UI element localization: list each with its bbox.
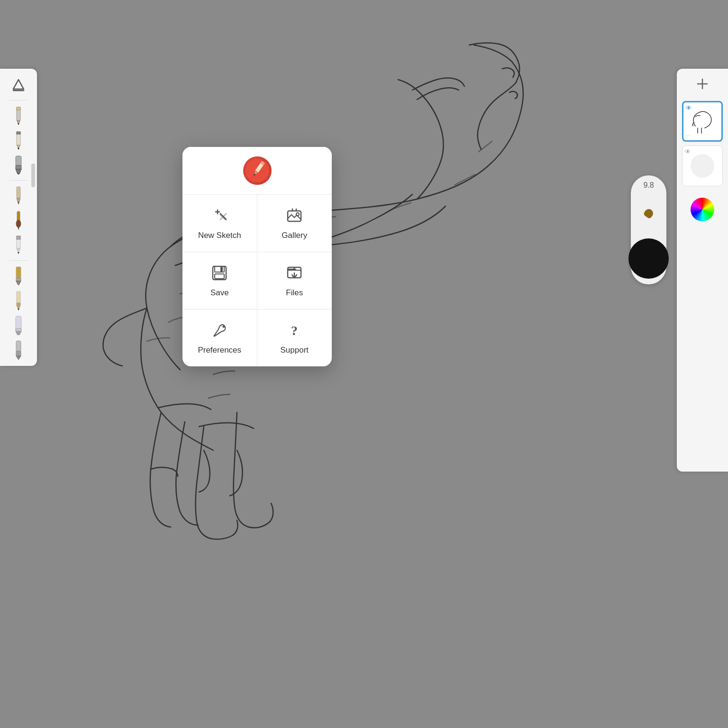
support-label: Support <box>280 346 309 355</box>
horse-sketch <box>0 0 728 728</box>
canvas-area <box>0 0 728 728</box>
menu-popup: New Sketch Gallery <box>182 147 332 366</box>
layer-1-thumbnail[interactable]: 👁 ⋯ <box>682 101 723 142</box>
save-icon <box>211 264 228 282</box>
tool-brush-1[interactable] <box>7 209 30 232</box>
svg-rect-56 <box>215 274 224 279</box>
menu-item-gallery[interactable]: Gallery <box>257 195 332 252</box>
new-sketch-label: New Sketch <box>198 231 241 240</box>
svg-marker-33 <box>16 331 21 335</box>
svg-marker-23 <box>18 252 19 254</box>
tool-pen-1[interactable] <box>7 184 30 207</box>
tool-pencil-4[interactable] <box>7 289 30 312</box>
svg-rect-10 <box>16 156 21 165</box>
svg-rect-55 <box>220 267 223 272</box>
svg-marker-0 <box>13 80 24 89</box>
files-label: Files <box>286 288 303 298</box>
svg-rect-27 <box>17 291 20 304</box>
svg-marker-9 <box>18 148 19 150</box>
layer-1-visibility-icon[interactable]: 👁 <box>685 104 692 112</box>
svg-rect-31 <box>16 316 21 329</box>
color-wheel[interactable] <box>691 198 714 221</box>
svg-marker-36 <box>16 356 21 360</box>
svg-rect-7 <box>17 132 20 134</box>
svg-marker-15 <box>17 198 20 202</box>
layer-2-visibility-icon[interactable]: 👁 <box>684 148 691 155</box>
svg-point-50 <box>296 213 299 216</box>
menu-item-files[interactable]: Files <box>257 252 332 309</box>
right-panel: 👁 ⋯ 👁 <box>677 69 728 472</box>
svg-rect-21 <box>17 236 20 239</box>
tool-pencil-3[interactable] <box>7 234 30 256</box>
gallery-label: Gallery <box>282 231 307 240</box>
svg-rect-14 <box>17 187 20 198</box>
svg-marker-5 <box>18 123 19 125</box>
menu-item-preferences[interactable]: Preferences <box>182 309 257 366</box>
toolbar-separator-1 <box>9 100 28 100</box>
left-toolbar <box>0 69 37 366</box>
save-label: Save <box>210 288 229 298</box>
svg-rect-34 <box>16 341 21 351</box>
svg-marker-30 <box>18 309 19 310</box>
tool-marker-2[interactable] <box>7 264 30 287</box>
tool-marker-1[interactable] <box>7 154 30 176</box>
gallery-icon <box>286 206 303 225</box>
svg-rect-11 <box>16 165 21 169</box>
brush-size-value: 9.8 <box>643 181 654 190</box>
toolbar-separator-3 <box>9 260 28 261</box>
brush-tip-preview <box>637 201 661 225</box>
svg-text:?: ? <box>291 323 298 338</box>
layer-1-options-icon: ⋯ <box>685 133 690 138</box>
add-layer-button[interactable] <box>692 73 713 94</box>
menu-item-save[interactable]: Save <box>182 252 257 309</box>
svg-rect-32 <box>16 328 21 331</box>
toolbar-separator-2 <box>9 180 28 181</box>
svg-rect-35 <box>16 351 21 356</box>
menu-item-support[interactable]: ? Support <box>257 309 332 366</box>
svg-point-18 <box>16 220 21 228</box>
svg-marker-26 <box>16 281 21 285</box>
tool-pencil-2[interactable] <box>7 129 30 152</box>
tool-eraser[interactable] <box>7 314 30 337</box>
app-logo <box>243 156 272 185</box>
support-icon: ? <box>286 321 303 340</box>
menu-item-new-sketch[interactable]: New Sketch <box>182 195 257 252</box>
menu-header <box>182 147 332 194</box>
tool-pencil-1[interactable] <box>7 104 30 127</box>
svg-marker-16 <box>18 202 19 205</box>
svg-rect-24 <box>16 267 21 278</box>
preferences-label: Preferences <box>198 346 241 355</box>
app-logo-graphic <box>246 159 269 182</box>
layer-2-content <box>691 154 714 178</box>
tool-other[interactable] <box>7 338 30 361</box>
scroll-indicator <box>31 164 35 187</box>
files-icon <box>286 264 303 282</box>
layer-1-preview <box>688 107 717 136</box>
svg-rect-3 <box>17 107 20 110</box>
layer-2-thumbnail[interactable]: 👁 <box>682 146 723 186</box>
svg-rect-25 <box>16 278 21 281</box>
svg-rect-28 <box>17 303 20 306</box>
preferences-icon <box>211 321 228 340</box>
new-sketch-icon <box>211 206 228 225</box>
brush-color-swatch[interactable] <box>628 238 669 279</box>
brush-size-control[interactable]: 9.8 <box>631 175 666 284</box>
svg-point-59 <box>223 326 225 328</box>
menu-grid: New Sketch Gallery <box>182 195 332 366</box>
svg-marker-19 <box>18 227 19 230</box>
menu-button[interactable] <box>7 73 30 96</box>
brush-tip-shape <box>643 207 655 219</box>
